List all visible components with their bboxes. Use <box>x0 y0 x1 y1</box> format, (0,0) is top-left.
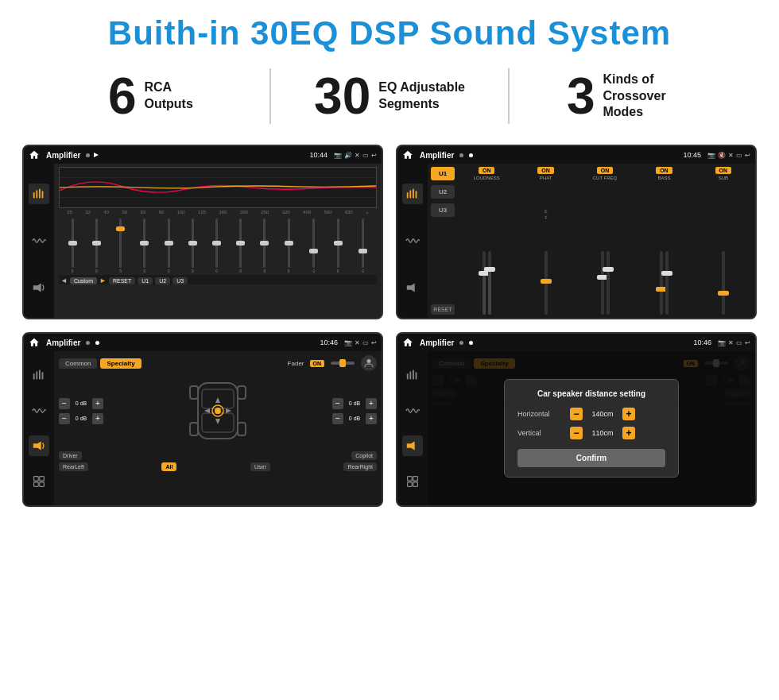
status-icons-3: 📷 ✕ ▭ ↩ <box>344 339 377 346</box>
vertical-minus-btn[interactable]: − <box>570 427 583 439</box>
lv2-minus[interactable]: − <box>59 413 70 424</box>
slider-track-13[interactable] <box>362 219 364 268</box>
cutfreq-slider1[interactable] <box>601 251 604 315</box>
slider-track-12[interactable] <box>337 219 339 268</box>
slider-track-5[interactable] <box>168 219 170 268</box>
screen1-title: Amplifier <box>46 151 80 160</box>
slider-track-3[interactable] <box>119 219 122 268</box>
eq-reset-btn[interactable]: RESET <box>109 277 135 284</box>
rv2-minus[interactable]: − <box>332 413 343 424</box>
rv2-plus[interactable]: + <box>366 413 377 424</box>
dialog-sidebar-vol[interactable] <box>402 435 423 456</box>
eq-sidebar-wave[interactable] <box>29 230 49 251</box>
horizontal-minus-btn[interactable]: − <box>570 408 583 420</box>
phat-slider1[interactable] <box>545 251 548 315</box>
slider-track-4[interactable] <box>143 219 145 268</box>
lv2-plus[interactable]: + <box>92 413 103 424</box>
eq-preset-label[interactable]: Custom <box>70 277 97 284</box>
loudness-label: LOUDNESS <box>474 176 500 180</box>
cutfreq-slider2[interactable] <box>607 251 610 315</box>
vertical-plus-btn[interactable]: + <box>622 427 635 439</box>
slider-track-6[interactable] <box>192 219 194 268</box>
fader-on[interactable]: ON <box>310 360 325 367</box>
all-btn[interactable]: All <box>161 462 176 471</box>
slider-val-12: 0 <box>337 269 339 273</box>
slider-track-8[interactable] <box>239 219 242 268</box>
loudness-on[interactable]: ON <box>479 167 495 174</box>
bass-slider2[interactable] <box>665 251 669 315</box>
driver-btn[interactable]: Driver <box>59 451 82 460</box>
slider-val-3: 5 <box>119 269 122 273</box>
cross-reset-btn[interactable]: RESET <box>431 304 455 315</box>
eq-u1-btn[interactable]: U1 <box>138 277 153 284</box>
svg-rect-16 <box>39 370 41 380</box>
eq-prev[interactable]: ◄ <box>60 277 68 284</box>
slider-track-7[interactable] <box>215 219 218 268</box>
rearright-btn[interactable]: RearRight <box>343 462 377 471</box>
rv1-minus[interactable]: − <box>332 398 343 409</box>
fader-sidebar-eq[interactable] <box>29 365 49 385</box>
copilot-btn[interactable]: Copilot <box>351 451 377 460</box>
cross-sidebar-wave[interactable] <box>402 230 423 251</box>
u1-btn[interactable]: U1 <box>431 167 455 180</box>
fader-bottom: Driver Copilot <box>59 451 377 460</box>
svg-marker-0 <box>94 153 99 157</box>
rv1-plus[interactable]: + <box>366 398 377 409</box>
slider-track-10[interactable] <box>288 219 290 268</box>
stat-divider-1 <box>269 68 271 124</box>
bass-slider1[interactable] <box>660 251 663 315</box>
slider-track-9[interactable] <box>263 219 265 268</box>
u3-btn[interactable]: U3 <box>431 203 455 217</box>
sub-slider1[interactable] <box>722 251 725 315</box>
lv1-plus[interactable]: + <box>92 398 103 409</box>
fader-sidebar-expand[interactable] <box>29 471 49 492</box>
cross-sidebar-vol[interactable] <box>402 277 423 298</box>
status-bar-4: Amplifier 10:46 📷 ✕ ▭ ↩ <box>397 334 755 351</box>
tab-common[interactable]: Common <box>59 358 97 369</box>
fader-sidebar-wave[interactable] <box>29 400 49 421</box>
cutfreq-on[interactable]: ON <box>597 167 614 174</box>
slider-track-1[interactable] <box>72 219 74 268</box>
volume-icon-3: ✕ <box>355 339 360 346</box>
loudness-slider2[interactable] <box>488 251 491 315</box>
lv1-minus[interactable]: − <box>59 398 70 409</box>
svg-rect-40 <box>416 373 417 380</box>
slider-track-2[interactable] <box>95 219 98 268</box>
person-icon[interactable] <box>361 355 377 371</box>
dot2b <box>469 153 473 157</box>
svg-marker-18 <box>33 442 41 451</box>
u2-btn[interactable]: U2 <box>431 185 455 199</box>
cross-sidebar-eq[interactable] <box>402 184 423 204</box>
loudness-slider1[interactable] <box>483 251 486 315</box>
freq-250: 250 <box>261 210 269 215</box>
rearleft-btn[interactable]: RearLeft <box>59 462 88 471</box>
rv1-row: − 0 dB + <box>332 398 377 409</box>
eq-sidebar-vol[interactable] <box>29 277 49 298</box>
bass-on[interactable]: ON <box>656 167 672 174</box>
horizontal-plus-btn[interactable]: + <box>622 408 635 420</box>
fader-sidebar-vol[interactable] <box>29 435 49 456</box>
eq-u3-btn[interactable]: U3 <box>172 277 188 284</box>
svg-point-23 <box>367 359 371 363</box>
sub-on[interactable]: ON <box>715 167 732 174</box>
dot2 <box>459 153 463 157</box>
eq-sidebar <box>24 164 54 318</box>
dialog-sidebar-wave[interactable] <box>402 400 423 421</box>
eq-play-btn[interactable]: ► <box>99 277 107 284</box>
slider-track-11[interactable] <box>312 219 315 268</box>
user-btn[interactable]: User <box>250 462 270 471</box>
tab-specialty[interactable]: Specialty <box>100 358 141 369</box>
slider-val-9: 0 <box>264 269 266 273</box>
confirm-button[interactable]: Confirm <box>517 449 665 467</box>
eq-u2-btn[interactable]: U2 <box>155 277 170 284</box>
svg-point-31 <box>215 408 221 414</box>
slider-thumb-4 <box>140 241 149 246</box>
eq-sidebar-eq[interactable] <box>29 184 49 204</box>
dialog-sidebar-eq[interactable] <box>402 365 423 385</box>
dialog-sidebar-expand[interactable] <box>402 471 423 492</box>
slider-thumb-1 <box>68 241 77 246</box>
svg-rect-29 <box>190 423 198 435</box>
phat-on[interactable]: ON <box>537 167 554 174</box>
fader-hslider[interactable] <box>331 362 355 365</box>
expand-icon[interactable]: » <box>366 210 368 215</box>
